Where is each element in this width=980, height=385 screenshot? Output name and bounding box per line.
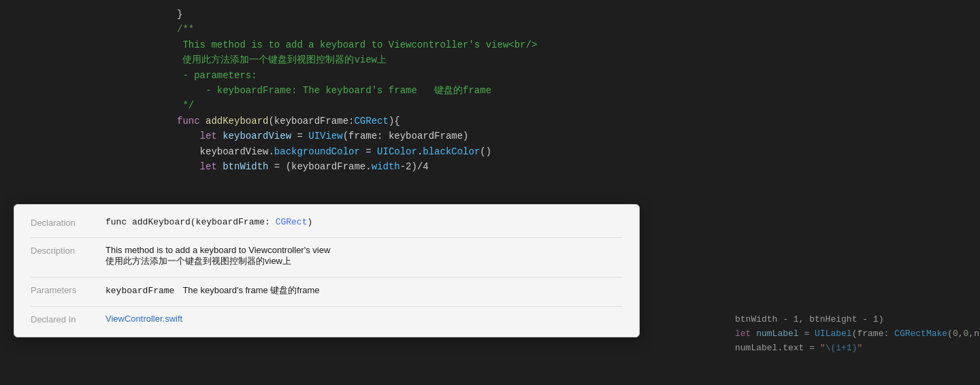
description-row: Description This method is to add a keyb… [31, 245, 623, 267]
description-line1: This method is to add a keyboard to View… [105, 245, 330, 255]
declaration-label: Declaration [31, 217, 105, 228]
declaration-content: func addKeyboard(keyboardFrame: CGRect) [105, 217, 623, 227]
declared-in-link[interactable]: ViewController.swift [105, 314, 182, 324]
declared-in-row: Declared In ViewController.swift [31, 314, 623, 324]
declared-in-content: ViewController.swift [105, 314, 623, 324]
declaration-row: Declaration func addKeyboard(keyboardFra… [31, 217, 623, 228]
parameters-label: Parameters [31, 284, 105, 295]
description-line2: 使用此方法添加一个键盘到视图控制器的view上 [105, 256, 291, 266]
parameters-content: keyboardFrameThe keyboard's frame 键盘的fra… [105, 284, 623, 297]
divider-1 [31, 237, 623, 238]
parameters-row: Parameters keyboardFrameThe keyboard's f… [31, 284, 623, 297]
param-name: keyboardFrame [105, 286, 174, 296]
description-label: Description [31, 245, 105, 256]
editor-area: } /** This method is to add a keyboard t… [0, 0, 980, 385]
declaration-type: CGRect [276, 217, 308, 227]
declaration-func: func addKeyboard(keyboardFrame: [105, 217, 276, 227]
tooltip-popover: Declaration func addKeyboard(keyboardFra… [14, 204, 640, 337]
description-content: This method is to add a keyboard to View… [105, 245, 623, 267]
code-right: btnWidth - 1, btnHeight - 1) let numLabe… [721, 0, 980, 385]
divider-2 [31, 277, 623, 278]
declared-in-label: Declared In [31, 314, 105, 324]
param-desc: The keyboard's frame 键盘的frame [182, 285, 319, 295]
declaration-close: ) [307, 217, 312, 227]
divider-3 [31, 306, 623, 307]
